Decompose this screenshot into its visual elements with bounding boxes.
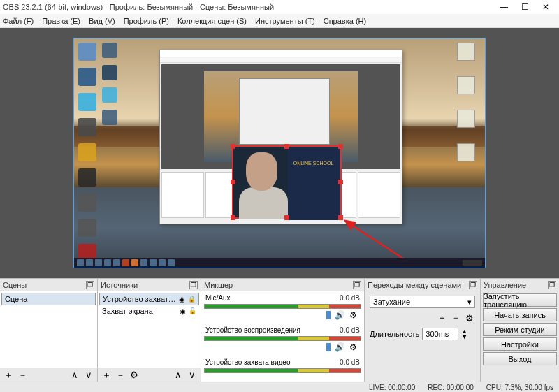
scene-item[interactable]: Сцена — [1, 293, 96, 305]
status-bar: LIVE: 00:00:00 REC: 00:00:00 CPU: 7.3%, … — [0, 382, 559, 392]
start-recording-button[interactable]: Начать запись — [483, 308, 557, 321]
desktop-icons-right — [457, 43, 478, 161]
resize-handle[interactable] — [231, 215, 235, 220]
lock-icon[interactable]: 🔒 — [188, 296, 196, 303]
audio-meter — [204, 304, 361, 309]
menubar: Файл (F) Правка (E) Вид (V) Профиль (P) … — [0, 14, 559, 28]
sources-title: Источники — [101, 281, 189, 289]
studio-mode-button[interactable]: Режим студии — [483, 323, 557, 336]
resize-handle[interactable] — [231, 144, 235, 149]
mixer-channel: Mic/Aux0.0 dB 🔊⚙ — [204, 293, 361, 320]
transitions-panel: Переходы между сценами ❐ Затухание▾ ＋ － … — [365, 279, 481, 382]
close-button[interactable]: ✕ — [535, 0, 556, 14]
resize-handle[interactable] — [284, 144, 289, 149]
transitions-title: Переходы между сценами — [368, 281, 469, 289]
scenes-panel: Сцены ❐ Сцена ＋ － ∧ ∨ — [0, 279, 98, 382]
stepper-icon[interactable]: ▲▼ — [461, 328, 467, 340]
gear-icon[interactable]: ⚙ — [349, 342, 357, 352]
remove-scene-button[interactable]: － — [17, 370, 28, 381]
lock-icon[interactable]: 🔓 — [189, 307, 196, 314]
sources-panel: Источники ❐ Устройство захвата видео ◉ 🔒… — [98, 279, 201, 382]
add-source-button[interactable]: ＋ — [101, 370, 112, 381]
menu-profile[interactable]: Профиль (P) — [124, 17, 169, 25]
mixer-channel: Устройство воспроизведения0.0 dB 🔊⚙ — [204, 326, 361, 352]
preview-canvas[interactable]: ONLINE SCHOOL — [73, 38, 486, 268]
add-scene-button[interactable]: ＋ — [3, 370, 14, 381]
minimize-button[interactable]: — — [493, 0, 514, 14]
popout-icon[interactable]: ❐ — [469, 281, 477, 289]
volume-slider[interactable] — [326, 343, 331, 351]
resize-handle[interactable] — [284, 215, 289, 220]
mixer-panel: Микшер ❐ Mic/Aux0.0 dB 🔊⚙ Устройство вос… — [201, 279, 365, 382]
source-properties-button[interactable]: ⚙ — [129, 370, 140, 381]
webcam-banner-text: ONLINE SCHOOL — [291, 161, 336, 166]
transition-settings-button[interactable]: ⚙ — [464, 312, 475, 324]
resize-handle[interactable] — [338, 180, 343, 184]
remove-transition-button[interactable]: － — [450, 312, 461, 324]
move-scene-up-button[interactable]: ∧ — [69, 370, 80, 381]
mixer-title: Микшер — [204, 281, 353, 289]
duration-label: Длительность — [370, 330, 419, 338]
resize-handle[interactable] — [231, 180, 235, 184]
audio-meter — [204, 336, 361, 341]
windows-taskbar — [74, 258, 485, 268]
window-title: OBS 23.2.1 (64-bit, windows) - Профиль: … — [3, 3, 493, 11]
resize-handle[interactable] — [338, 144, 343, 149]
audio-meter — [204, 368, 361, 373]
popout-icon[interactable]: ❐ — [548, 281, 556, 289]
chevron-down-icon: ▾ — [467, 298, 472, 307]
controls-panel: Управление ❐ Запустить трансляцию Начать… — [481, 279, 559, 382]
controls-title: Управление — [484, 281, 548, 289]
status-live: LIVE: 00:00:00 — [369, 384, 415, 391]
webcam-source-selected[interactable]: ONLINE SCHOOL — [232, 145, 342, 219]
popout-icon[interactable]: ❐ — [86, 281, 94, 289]
source-item[interactable]: Устройство захвата видео ◉ 🔒 — [99, 293, 199, 305]
status-cpu: CPU: 7.3%, 30.00 fps — [486, 384, 553, 391]
move-source-down-button[interactable]: ∨ — [187, 370, 198, 381]
preview-area[interactable]: ONLINE SCHOOL — [0, 28, 559, 278]
visibility-icon[interactable]: ◉ — [179, 296, 185, 303]
status-rec: REC: 00:00:00 — [428, 384, 474, 391]
menu-file[interactable]: Файл (F) — [3, 17, 34, 25]
source-item[interactable]: Захват экрана ◉ 🔓 — [99, 305, 199, 317]
volume-slider[interactable] — [326, 311, 331, 319]
transition-select[interactable]: Затухание▾ — [370, 296, 475, 308]
duration-input[interactable]: 300ms — [422, 328, 458, 340]
exit-button[interactable]: Выход — [483, 352, 557, 365]
menu-help[interactable]: Справка (H) — [324, 17, 366, 25]
start-streaming-button[interactable]: Запустить трансляцию — [483, 293, 557, 307]
move-source-up-button[interactable]: ∧ — [173, 370, 184, 381]
popout-icon[interactable]: ❐ — [189, 281, 198, 289]
scenes-title: Сцены — [3, 281, 86, 289]
speaker-icon[interactable]: 🔊 — [335, 310, 345, 320]
bottom-docks: Сцены ❐ Сцена ＋ － ∧ ∨ Источники ❐ Устрой… — [0, 278, 559, 382]
menu-edit[interactable]: Правка (E) — [42, 17, 80, 25]
visibility-icon[interactable]: ◉ — [180, 307, 186, 315]
speaker-icon[interactable]: 🔊 — [335, 342, 345, 352]
menu-tools[interactable]: Инструменты (T) — [255, 17, 315, 25]
settings-button[interactable]: Настройки — [483, 337, 557, 351]
resize-handle[interactable] — [338, 215, 343, 220]
mixer-channel: Устройство захвата видео0.0 dB — [204, 358, 361, 373]
add-transition-button[interactable]: ＋ — [436, 312, 447, 324]
titlebar: OBS 23.2.1 (64-bit, windows) - Профиль: … — [0, 0, 559, 14]
popout-icon[interactable]: ❐ — [353, 281, 361, 289]
move-scene-down-button[interactable]: ∨ — [83, 370, 94, 381]
menu-scene-collection[interactable]: Коллекция сцен (S) — [177, 17, 247, 25]
remove-source-button[interactable]: － — [115, 370, 126, 381]
gear-icon[interactable]: ⚙ — [349, 310, 357, 320]
maximize-button[interactable]: ☐ — [514, 0, 535, 14]
menu-view[interactable]: Вид (V) — [89, 17, 115, 25]
